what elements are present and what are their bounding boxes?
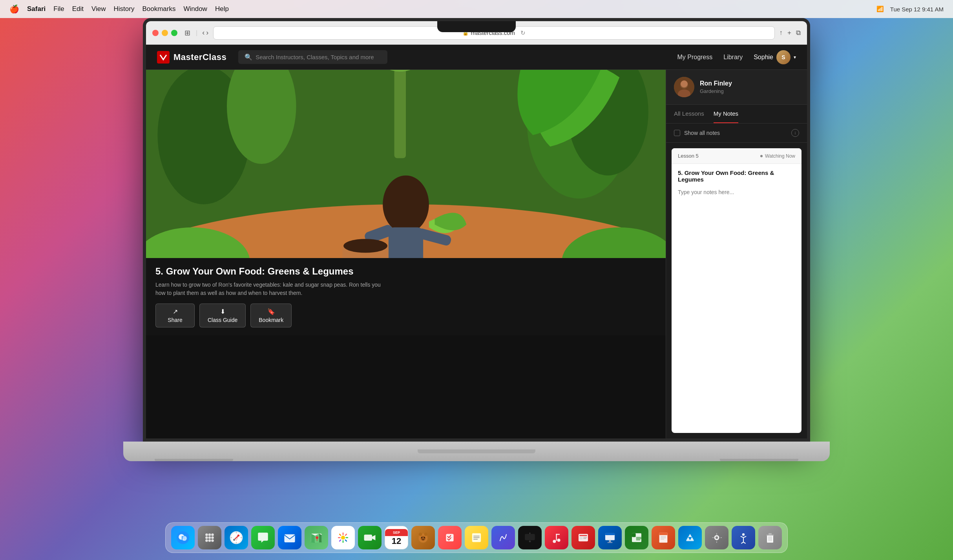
svg-rect-62 [556, 534, 560, 535]
user-menu[interactable]: Sophie S ▾ [754, 50, 796, 64]
svg-rect-51 [446, 534, 453, 541]
share-action-button[interactable]: ↗ Share [155, 304, 195, 327]
svg-point-49 [421, 537, 422, 538]
library-link[interactable]: Library [723, 54, 743, 61]
svg-point-42 [341, 536, 345, 540]
dock-app-store[interactable] [678, 526, 702, 549]
masterclass-logo[interactable]: MasterClass [157, 51, 226, 64]
camera-notch [437, 21, 516, 32]
laptop-base [123, 442, 830, 461]
share-button[interactable]: ↑ [780, 29, 783, 37]
menubar-help[interactable]: Help [215, 5, 229, 13]
new-tab-button[interactable]: + [787, 29, 791, 37]
bookmark-button[interactable]: 🔖 Bookmark [250, 304, 292, 327]
lesson-description: Learn how to grow two of Ron's favorite … [155, 281, 391, 297]
show-all-notes-checkbox[interactable] [674, 130, 680, 136]
instructor-card: Ron Finley Gardening [666, 70, 807, 105]
dock-messages[interactable] [251, 526, 275, 549]
wifi-icon[interactable]: 📶 [876, 5, 884, 13]
lesson-action-buttons: ↗ Share ⬇ Class Guide 🔖 Bookmark [155, 304, 656, 327]
svg-point-30 [208, 536, 211, 539]
dock-system-settings[interactable] [705, 526, 728, 549]
tab-all-lessons[interactable]: All Lessons [674, 105, 704, 123]
svg-point-34 [211, 539, 214, 542]
dock-trash[interactable] [758, 526, 782, 549]
svg-rect-65 [579, 537, 582, 539]
hinge-notch [418, 449, 535, 453]
svg-rect-55 [473, 537, 480, 538]
svg-rect-82 [686, 540, 694, 541]
dock-notes[interactable] [465, 526, 488, 549]
svg-rect-73 [632, 533, 636, 537]
forward-button[interactable]: › [206, 29, 208, 37]
menubar-history[interactable]: History [114, 5, 135, 13]
download-icon: ⬇ [220, 308, 225, 315]
svg-point-21 [681, 80, 688, 87]
close-button[interactable] [152, 30, 159, 36]
svg-point-29 [205, 536, 208, 539]
svg-rect-90 [770, 536, 770, 541]
svg-text:F: F [181, 535, 184, 541]
macos-dock: F [165, 522, 788, 553]
dock-pages[interactable] [652, 526, 675, 549]
svg-point-28 [211, 533, 214, 536]
note-textarea[interactable] [672, 186, 801, 256]
svg-point-37 [237, 535, 239, 536]
status-dot [760, 155, 763, 157]
svg-rect-78 [659, 533, 668, 535]
class-guide-button[interactable]: ⬇ Class Guide [199, 304, 246, 327]
dock-bear-notes[interactable] [411, 526, 435, 549]
dock-accessibility[interactable] [732, 526, 755, 549]
svg-point-27 [208, 533, 211, 536]
dock-finder[interactable]: F [171, 526, 195, 549]
dock-mail[interactable] [278, 526, 301, 549]
svg-point-31 [211, 536, 214, 539]
svg-point-38 [233, 539, 235, 541]
sidebar-toggle[interactable]: ⊞ [182, 27, 193, 39]
show-all-tabs-button[interactable]: ⧉ [796, 29, 801, 37]
dock-news[interactable] [571, 526, 595, 549]
dock-reminders[interactable] [438, 526, 462, 549]
my-progress-link[interactable]: My Progress [677, 54, 712, 61]
svg-rect-54 [473, 536, 480, 536]
dock-apple-tv[interactable] [518, 526, 542, 549]
note-card-lesson-title: 5. Grow Your Own Food: Greens & Legumes [672, 164, 801, 186]
maximize-button[interactable] [171, 30, 177, 36]
reload-icon[interactable]: ↻ [520, 29, 526, 36]
back-button[interactable]: ‹ [202, 29, 204, 37]
dock-keynote[interactable] [598, 526, 622, 549]
tab-my-notes[interactable]: My Notes [714, 105, 738, 123]
svg-point-59 [553, 540, 556, 543]
user-name: Sophie [754, 54, 773, 61]
logo-text: MasterClass [173, 52, 226, 62]
dock-safari[interactable] [225, 526, 248, 549]
instructor-info: Ron Finley Gardening [700, 80, 732, 94]
chevron-down-icon: ▾ [794, 55, 796, 60]
menubar-view[interactable]: View [91, 5, 106, 13]
menubar-edit[interactable]: Edit [72, 5, 84, 13]
main-area: 5. Grow Your Own Food: Greens & Legumes … [146, 70, 807, 438]
menubar-file[interactable]: File [53, 5, 64, 13]
info-icon[interactable]: i [791, 129, 799, 137]
apple-menu[interactable]: 🍎 [9, 4, 19, 14]
dock-photos[interactable] [331, 526, 355, 549]
dock-music[interactable] [545, 526, 568, 549]
dock-facetime[interactable] [358, 526, 382, 549]
search-bar[interactable]: 🔍 Search Instructors, Classes, Topics an… [238, 50, 387, 64]
dock-calendar[interactable]: SEP 12 [385, 526, 408, 549]
bookmark-icon: 🔖 [267, 308, 275, 315]
minimize-button[interactable] [162, 30, 168, 36]
video-player[interactable] [146, 70, 666, 258]
nav-right-links: My Progress Library Sophie S ▾ [677, 50, 796, 64]
svg-point-11 [383, 175, 429, 233]
instructor-avatar [674, 77, 694, 97]
menubar-window[interactable]: Window [183, 5, 207, 13]
dock-maps[interactable] [305, 526, 328, 549]
svg-point-58 [529, 540, 531, 542]
dock-numbers[interactable] [625, 526, 648, 549]
dock-launchpad[interactable] [198, 526, 221, 549]
menubar-bookmarks[interactable]: Bookmarks [142, 5, 175, 13]
dock-freeform[interactable] [491, 526, 515, 549]
menubar-app-name[interactable]: Safari [27, 5, 46, 13]
foot-right [720, 459, 798, 461]
